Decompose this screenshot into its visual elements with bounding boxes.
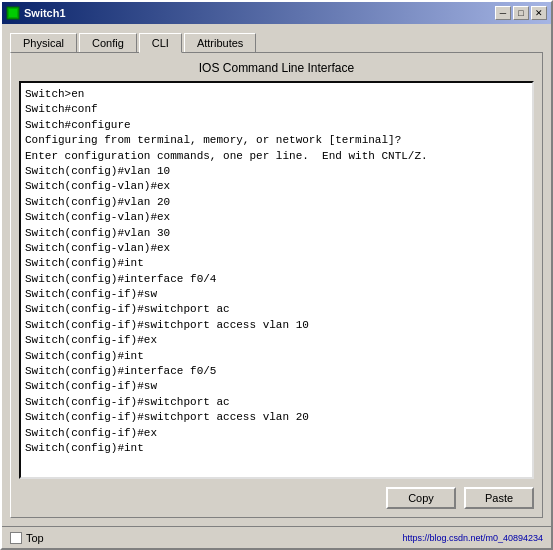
window-icon [6, 6, 20, 20]
cli-output-area[interactable]: Switch>en Switch#conf Switch#configure C… [19, 81, 534, 479]
copy-button[interactable]: Copy [386, 487, 456, 509]
status-url: https://blog.csdn.net/m0_40894234 [402, 533, 543, 543]
status-bar: Top https://blog.csdn.net/m0_40894234 [2, 526, 551, 548]
title-bar-left: Switch1 [6, 6, 66, 20]
main-window: Switch1 ─ □ ✕ Physical Config CLI Attrib… [0, 0, 553, 550]
title-bar: Switch1 ─ □ ✕ [2, 2, 551, 24]
window-title: Switch1 [24, 7, 66, 19]
section-title: IOS Command Line Interface [19, 61, 534, 75]
window-body: Physical Config CLI Attributes IOS Comma… [2, 24, 551, 526]
cli-text: Switch>en Switch#conf Switch#configure C… [25, 87, 528, 456]
tab-attributes[interactable]: Attributes [184, 33, 256, 53]
tab-cli[interactable]: CLI [139, 33, 182, 53]
cli-tab-content: IOS Command Line Interface Switch>en Swi… [10, 52, 543, 518]
top-label: Top [26, 532, 44, 544]
minimize-button[interactable]: ─ [495, 6, 511, 20]
close-button[interactable]: ✕ [531, 6, 547, 20]
svg-rect-1 [9, 9, 17, 17]
tab-physical[interactable]: Physical [10, 33, 77, 53]
tab-config[interactable]: Config [79, 33, 137, 53]
button-row: Copy Paste [19, 487, 534, 509]
paste-button[interactable]: Paste [464, 487, 534, 509]
top-checkbox[interactable] [10, 532, 22, 544]
tab-bar: Physical Config CLI Attributes [10, 32, 543, 52]
title-buttons: ─ □ ✕ [495, 6, 547, 20]
status-left: Top [10, 532, 44, 544]
maximize-button[interactable]: □ [513, 6, 529, 20]
